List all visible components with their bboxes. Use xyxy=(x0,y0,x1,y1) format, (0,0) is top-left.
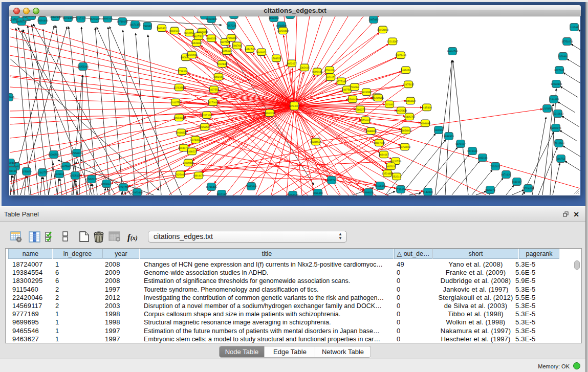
svg-text:6879197: 6879197 xyxy=(455,143,466,146)
svg-text:62160: 62160 xyxy=(386,103,393,106)
svg-text:12505135: 12505135 xyxy=(70,174,81,178)
svg-text:17359924: 17359924 xyxy=(71,152,82,155)
svg-text:9242848: 9242848 xyxy=(217,63,227,66)
svg-text:10154808: 10154808 xyxy=(377,29,388,32)
svg-text:9474444: 9474444 xyxy=(467,150,477,153)
svg-text:10958127: 10958127 xyxy=(101,183,112,186)
svg-text:4439167: 4439167 xyxy=(512,181,522,184)
svg-text:8990448: 8990448 xyxy=(312,71,322,74)
svg-text:2718126: 2718126 xyxy=(178,70,188,73)
svg-text:2933114: 2933114 xyxy=(477,157,487,160)
svg-text:8813054: 8813054 xyxy=(269,17,279,20)
svg-text:5878352: 5878352 xyxy=(190,139,201,142)
svg-text:18463627: 18463627 xyxy=(405,100,416,103)
svg-text:16033809: 16033809 xyxy=(206,18,217,21)
svg-text:20206556: 20206556 xyxy=(48,154,59,157)
svg-text:99975867: 99975867 xyxy=(60,165,72,168)
svg-text:14495759: 14495759 xyxy=(404,116,415,119)
svg-text:1215958: 1215958 xyxy=(542,107,552,111)
svg-text:3917183: 3917183 xyxy=(216,193,227,195)
svg-text:9217207: 9217207 xyxy=(76,17,86,20)
svg-text:17956909: 17956909 xyxy=(226,37,237,40)
svg-text:10719155: 10719155 xyxy=(117,20,128,24)
svg-text:9777169: 9777169 xyxy=(336,80,346,83)
svg-text:8938923: 8938923 xyxy=(444,135,454,138)
svg-text:6466160: 6466160 xyxy=(102,17,113,20)
svg-text:9227342: 9227342 xyxy=(554,69,564,72)
svg-text:9329961: 9329961 xyxy=(558,55,568,58)
svg-text:20691406: 20691406 xyxy=(37,19,48,23)
svg-text:10973493: 10973493 xyxy=(395,54,406,57)
svg-text:8660124: 8660124 xyxy=(169,30,180,33)
svg-text:4143890: 4143890 xyxy=(423,191,433,194)
svg-text:10025438: 10025438 xyxy=(396,110,407,113)
svg-text:7386372: 7386372 xyxy=(355,108,365,112)
svg-text:9115460: 9115460 xyxy=(422,106,431,110)
svg-text:12923446: 12923446 xyxy=(132,191,143,194)
svg-text:164095: 164095 xyxy=(434,129,443,132)
svg-text:12975115: 12975115 xyxy=(403,83,414,86)
svg-text:1621072: 1621072 xyxy=(325,76,336,79)
svg-text:25882305: 25882305 xyxy=(50,16,61,19)
svg-text:15157347: 15157347 xyxy=(287,194,298,195)
svg-text:12353594: 12353594 xyxy=(199,126,210,129)
svg-text:9646821: 9646821 xyxy=(256,51,267,54)
svg-text:15716485: 15716485 xyxy=(206,186,217,189)
svg-text:2087682: 2087682 xyxy=(368,18,379,21)
svg-text:8186328: 8186328 xyxy=(206,37,216,40)
svg-text:1010755: 1010755 xyxy=(170,101,181,104)
svg-text:417004: 417004 xyxy=(209,101,217,104)
svg-text:17916504: 17916504 xyxy=(553,142,564,145)
svg-text:13524851: 13524851 xyxy=(382,172,393,176)
svg-text:7485053: 7485053 xyxy=(401,69,411,72)
svg-text:15720407: 15720407 xyxy=(360,119,371,122)
svg-text:12213367: 12213367 xyxy=(387,40,398,43)
svg-text:8454749: 8454749 xyxy=(245,48,255,51)
svg-text:9827503: 9827503 xyxy=(193,35,204,38)
svg-text:12254419: 12254419 xyxy=(277,30,289,33)
svg-text:19299464: 19299464 xyxy=(9,162,16,165)
svg-text:19384554: 19384554 xyxy=(310,141,321,144)
svg-text:8336273: 8336273 xyxy=(485,189,495,192)
svg-text:12093373: 12093373 xyxy=(551,83,562,86)
svg-text:18807249: 18807249 xyxy=(374,142,385,145)
svg-text:7663822: 7663822 xyxy=(157,27,167,30)
svg-text:116753: 116753 xyxy=(557,158,565,161)
svg-text:1999828: 1999828 xyxy=(363,191,374,194)
svg-text:10228452: 10228452 xyxy=(62,17,74,20)
svg-text:3822037: 3822037 xyxy=(287,62,297,65)
svg-text:746266: 746266 xyxy=(351,86,359,89)
svg-text:2066449: 2066449 xyxy=(313,192,323,195)
svg-text:23706266: 23706266 xyxy=(522,187,534,190)
svg-text:25852685: 25852685 xyxy=(9,96,14,99)
svg-text:25711873: 25711873 xyxy=(285,16,296,17)
svg-text:15751074: 15751074 xyxy=(561,40,573,43)
svg-text:111263: 111263 xyxy=(570,26,578,29)
svg-text:20813640: 20813640 xyxy=(246,185,257,188)
svg-text:5682115: 5682115 xyxy=(229,16,238,17)
svg-text:12342757: 12342757 xyxy=(37,171,48,174)
svg-text:18724007: 18724007 xyxy=(289,105,300,108)
svg-text:3684067: 3684067 xyxy=(379,154,389,157)
svg-text:7632621: 7632621 xyxy=(490,165,500,168)
svg-text:1588520: 1588520 xyxy=(271,57,281,60)
svg-text:1145194: 1145194 xyxy=(54,173,64,176)
svg-text:391134: 391134 xyxy=(9,170,16,173)
svg-text:16644784: 16644784 xyxy=(447,50,458,53)
svg-text:13654923: 13654923 xyxy=(400,129,411,133)
svg-text:12213363: 12213363 xyxy=(173,86,185,90)
svg-text:15692971: 15692971 xyxy=(550,127,561,130)
svg-text:16671355: 16671355 xyxy=(129,24,141,27)
svg-text:1362615: 1362615 xyxy=(299,67,310,70)
svg-text:21200396: 21200396 xyxy=(373,97,384,100)
svg-text:20364436: 20364436 xyxy=(347,98,358,101)
svg-text:6794028: 6794028 xyxy=(324,69,335,72)
svg-text:19654925: 19654925 xyxy=(173,117,185,120)
svg-text:26053346: 26053346 xyxy=(77,65,89,69)
svg-text:18300295: 18300295 xyxy=(264,112,275,115)
svg-text:8471626: 8471626 xyxy=(501,173,511,177)
svg-text:2803144: 2803144 xyxy=(213,76,224,79)
svg-text:1839221: 1839221 xyxy=(26,16,36,18)
svg-text:14099489: 14099489 xyxy=(183,162,194,165)
svg-text:8427552: 8427552 xyxy=(209,89,219,92)
